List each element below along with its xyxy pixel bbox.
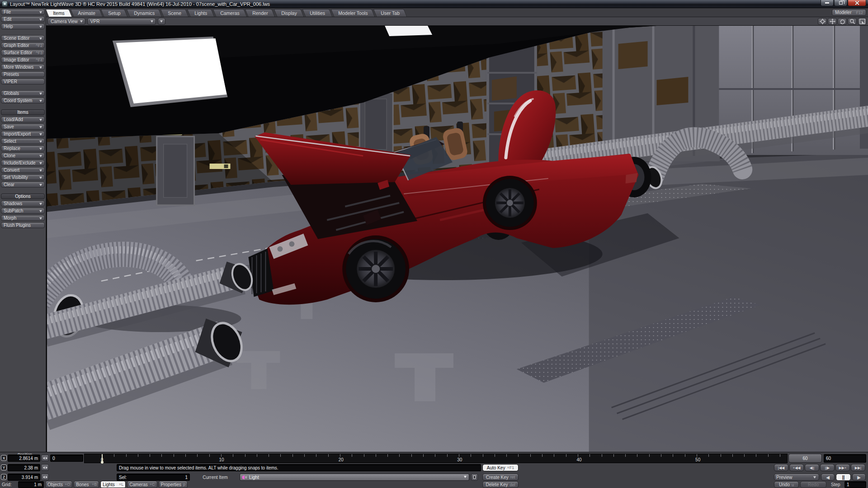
tab-cameras[interactable]: Cameras xyxy=(212,9,246,17)
sidebar-item-presets[interactable]: Presets xyxy=(1,71,45,77)
tab-lights[interactable]: Lights xyxy=(187,9,214,17)
pan-icon[interactable] xyxy=(828,18,837,25)
sidebar-item-globals[interactable]: Globals xyxy=(1,90,45,96)
item-type-tabs: Objects+O Bones+B Lights+L Cameras+C Pro… xyxy=(45,481,188,488)
dropdown-arrow-icon xyxy=(39,141,42,143)
item-tab-cameras[interactable]: Cameras+C xyxy=(127,481,157,488)
auto-key-button[interactable]: Auto Key+F1 xyxy=(482,464,519,471)
redo-button[interactable]: Redo xyxy=(800,481,826,488)
position-y-field[interactable]: 2.38 m xyxy=(8,464,40,471)
tab-dynamics[interactable]: Dynamics xyxy=(126,9,162,17)
sidebar-item-flush-plugins[interactable]: Flush Plugins xyxy=(1,222,45,228)
close-button[interactable] xyxy=(848,0,866,6)
undo-button[interactable]: Undou xyxy=(774,481,799,488)
minimize-button[interactable] xyxy=(821,0,834,6)
viewport-3d[interactable] xyxy=(46,26,868,452)
item-tab-objects[interactable]: Objects+O xyxy=(45,481,72,488)
tab-display[interactable]: Display xyxy=(274,9,304,17)
item-list-button[interactable] xyxy=(471,474,478,481)
sidebar-item-surface-editor[interactable]: Surface Editor ^F3 xyxy=(1,50,45,56)
selection-count-field: Sel: 1 xyxy=(117,474,190,481)
modeler-button[interactable]: Modeler F12 xyxy=(832,9,866,16)
position-z-stepper[interactable] xyxy=(41,474,49,480)
range-end-handle[interactable]: 60 xyxy=(788,454,822,463)
sidebar-item-graph-editor[interactable]: Graph Editor ^F2 xyxy=(1,42,45,48)
timeline-ruler[interactable]: 0 10 20 30 40 50 xyxy=(84,454,788,463)
delete-key-button[interactable]: Delete Keydel xyxy=(482,481,519,488)
ruler-label: 40 xyxy=(576,457,581,462)
sidebar-item-file[interactable]: File xyxy=(1,9,45,15)
title-bar: Layout™ NewTek LightWave 3D ® HC Rev 201… xyxy=(0,0,868,8)
position-x-field[interactable]: 2.8614 m xyxy=(8,455,40,462)
prev-keyframe-button[interactable]: +◀◀ xyxy=(789,464,804,471)
menu-tab-bar: Items Animate Setup Dynamics Scene xyxy=(46,8,868,17)
view-mode-dropdown[interactable]: Camera View xyxy=(47,18,85,25)
sidebar-item-image-editor[interactable]: Image Editor ^F4 xyxy=(1,57,45,63)
tab-animate[interactable]: Animate xyxy=(70,9,102,17)
zoom-icon[interactable] xyxy=(848,18,857,25)
tab-items[interactable]: Items xyxy=(46,9,72,17)
sidebar-item-clone[interactable]: Clone xyxy=(1,153,45,159)
fit-view-icon[interactable] xyxy=(858,18,867,25)
preview-dropdown[interactable]: Preview xyxy=(774,474,819,481)
sidebar-item-shadows[interactable]: Shadows xyxy=(1,201,45,206)
step-right-icon xyxy=(46,476,47,479)
dropdown-arrow-icon xyxy=(39,177,42,179)
current-frame-field[interactable]: 0 xyxy=(50,455,83,462)
play-reverse-button[interactable]: ◀ xyxy=(821,474,835,481)
sidebar-item-viper[interactable]: VIPER xyxy=(1,79,45,84)
dropdown-arrow-icon xyxy=(39,169,42,172)
position-y-stepper[interactable] xyxy=(41,464,49,471)
go-to-end-button[interactable]: ▶▶| xyxy=(851,464,865,471)
sidebar-item-replace[interactable]: Replace xyxy=(1,145,45,151)
position-x-stepper[interactable] xyxy=(41,455,49,461)
sidebar-item-coord-system[interactable]: Coord System xyxy=(1,98,45,103)
sidebar-item-subpatch[interactable]: SubPatch xyxy=(1,208,45,214)
next-keyframe-button[interactable]: ▶▶+ xyxy=(835,464,850,471)
sidebar-item-include-exclude[interactable]: Include/Exclude xyxy=(1,160,45,166)
item-tab-bones[interactable]: Bones+B xyxy=(74,481,99,488)
sidebar-item-import-export[interactable]: Import/Export xyxy=(1,131,45,137)
sidebar-item-set-visibility[interactable]: Set Visibility xyxy=(1,174,45,180)
tab-modeler-tools[interactable]: Modeler Tools xyxy=(330,9,375,17)
sidebar-item-clear[interactable]: Clear xyxy=(1,182,45,188)
rotate-icon[interactable] xyxy=(838,18,847,25)
ruler-label: 30 xyxy=(457,457,462,462)
play-forward-button[interactable]: ▶ xyxy=(852,474,866,481)
restore-button[interactable] xyxy=(834,0,847,6)
current-item-dropdown[interactable]: Light xyxy=(240,474,469,481)
sidebar-item-help[interactable]: Help xyxy=(1,23,45,29)
next-frame-button[interactable]: ||▶ xyxy=(820,464,835,471)
sidebar-item-convert[interactable]: Convert xyxy=(1,167,45,173)
create-key-button[interactable]: Create Keyret xyxy=(482,474,519,481)
go-to-start-button[interactable]: |◀◀ xyxy=(774,464,788,471)
sidebar-item-select[interactable]: Select xyxy=(1,138,45,144)
sidebar: File Edit Help Scene Editor xyxy=(0,8,46,452)
sidebar-item-edit[interactable]: Edit xyxy=(1,16,45,22)
sidebar-item-load-add[interactable]: Load/Add xyxy=(1,117,45,122)
step-field[interactable]: 1 xyxy=(844,481,866,488)
tab-setup[interactable]: Setup xyxy=(101,9,128,17)
pause-button[interactable]: || xyxy=(836,474,851,481)
tab-utilities[interactable]: Utilities xyxy=(302,9,333,17)
item-tab-lights[interactable]: Lights+L xyxy=(100,481,126,488)
tab-user-tab[interactable]: User Tab xyxy=(373,9,407,17)
tab-scene[interactable]: Scene xyxy=(160,9,189,17)
position-z-field[interactable]: 3.914 m xyxy=(8,474,40,481)
sidebar-item-more-windows[interactable]: More Windows xyxy=(1,64,45,70)
dropdown-arrow-icon xyxy=(39,148,42,150)
sidebar-item-save[interactable]: Save xyxy=(1,124,45,130)
grid-size-field[interactable]: 1 m xyxy=(18,481,44,488)
tab-render[interactable]: Render xyxy=(245,9,275,17)
render-mode-dropdown[interactable]: VPR xyxy=(87,18,156,25)
render-options-dropdown[interactable] xyxy=(158,18,165,25)
end-frame-field[interactable]: 60 xyxy=(824,454,866,463)
sidebar-item-scene-editor[interactable]: Scene Editor xyxy=(1,35,45,41)
dropdown-arrow-icon xyxy=(80,20,83,23)
prev-frame-button[interactable]: ◀|| xyxy=(805,464,819,471)
playhead[interactable] xyxy=(102,454,103,464)
center-item-icon[interactable] xyxy=(818,18,827,25)
item-tab-properties[interactable]: Propertiesp xyxy=(159,481,188,488)
sidebar-item-morph[interactable]: Morph xyxy=(1,215,45,221)
axis-x-key: X xyxy=(1,455,7,461)
